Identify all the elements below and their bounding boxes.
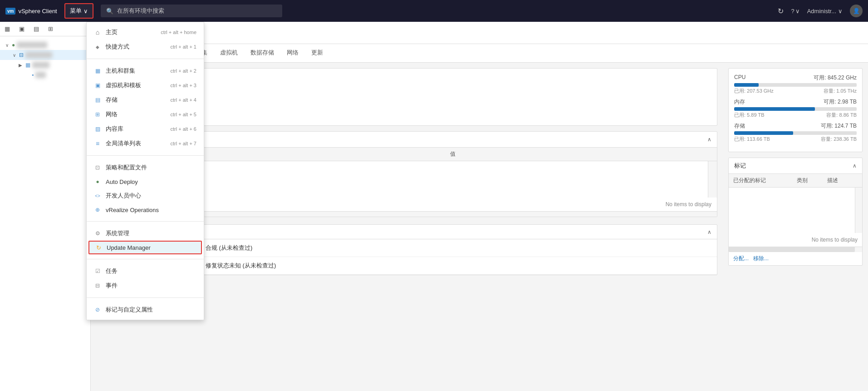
divider-1 <box>87 59 204 59</box>
menu-item-globallist[interactable]: 全局清单列表 ctrl + alt + 7 <box>87 136 204 151</box>
menu-shortcuts-label: 快捷方式 <box>106 43 129 51</box>
memory-available: 可用: 2.98 TB <box>824 98 857 106</box>
attributes-collapse-btn[interactable]: ∧ <box>707 136 711 143</box>
topbar-right: ↻ ? ∨ Administr... ∨ 👤 <box>778 5 863 17</box>
storage-used: 已用: 113.66 TB <box>734 136 770 143</box>
attr-col-value: 值 <box>445 148 706 161</box>
tree-item-host[interactable]: ▪ host <box>0 70 90 80</box>
sidebar-tabs: ▦ ▣ ▤ ⊞ <box>0 22 90 36</box>
cpu-capacity: 容量: 1.05 THz <box>824 88 857 94</box>
menu-item-dev[interactable]: 开发人员中心 <box>87 188 204 203</box>
menu-vms-shortcut: ctrl + alt + 3 <box>171 83 196 88</box>
cpu-bar-bg <box>734 83 857 87</box>
divider-3 <box>87 221 204 222</box>
avatar-icon: 👤 <box>853 8 860 14</box>
global-search[interactable]: 🔍 在所有环境中搜索 <box>101 5 282 17</box>
tab-datastores[interactable]: 数据存储 <box>244 44 280 62</box>
menu-item-network[interactable]: 网络 ctrl + alt + 5 <box>87 107 204 122</box>
menu-item-tasks[interactable]: 任务 <box>87 264 204 278</box>
menu-item-updatemanager[interactable]: Update Manager <box>88 241 202 254</box>
menu-item-sysadmin[interactable]: 系统管理 <box>87 226 204 241</box>
sidebar-tab-vms[interactable]: ▣ <box>15 22 29 36</box>
storage-label: 存储 <box>734 122 745 130</box>
menu-vms-label: 虚拟机和模板 <box>106 81 141 89</box>
menu-item-home[interactable]: 主页 ctrl + alt + home <box>87 25 204 40</box>
help-button[interactable]: ? ∨ <box>791 8 799 15</box>
refresh-button[interactable]: ↻ <box>778 7 784 15</box>
menu-updatemanager-label: Update Manager <box>107 244 151 251</box>
dropdown-section-5: 任务 事件 <box>87 261 204 296</box>
vms-icon: ▣ <box>19 25 25 32</box>
menu-item-content[interactable]: 内容库 ctrl + alt + 6 <box>87 122 204 136</box>
menu-network-shortcut: ctrl + alt + 5 <box>171 112 196 117</box>
menu-item-autodeploy[interactable]: Auto Deploy <box>87 175 204 188</box>
menu-storage-label: 存储 <box>106 96 118 104</box>
tree-label-datacenter: Datacenter <box>25 52 52 58</box>
menu-policy-label: 策略和配置文件 <box>106 163 147 172</box>
tags-assign-link[interactable]: 分配... <box>733 255 749 262</box>
menu-item-vrealize[interactable]: vRealize Operations <box>87 203 204 217</box>
topbar: vm vSphere Client 菜单 ∨ 🔍 在所有环境中搜索 ↻ ? ∨ … <box>0 0 868 22</box>
host-compliance-value: 合规 (从未检查过) <box>206 244 252 252</box>
datacenter-icon: ⊟ <box>19 52 24 58</box>
menu-item-vms-templates[interactable]: 虚拟机和模板 ctrl + alt + 3 <box>87 78 204 93</box>
tags-remove-link[interactable]: 移除... <box>753 255 769 262</box>
policy-menu-icon <box>94 164 101 171</box>
menu-item-storage[interactable]: 存储 ctrl + alt + 4 <box>87 93 204 107</box>
menu-content-label: 内容库 <box>106 125 123 133</box>
menu-button[interactable]: 菜单 ∨ <box>64 3 93 19</box>
menu-item-hosts-clusters[interactable]: 主机和群集 ctrl + alt + 2 <box>87 64 204 78</box>
tab-updates[interactable]: 更新 <box>305 44 329 62</box>
tree-item-datacenter[interactable]: ∨ ⊟ Datacenter <box>0 50 90 60</box>
menu-dropdown: 主页 ctrl + alt + home 快捷方式 ctrl + alt + 1… <box>86 22 204 320</box>
menu-item-tags[interactable]: 标记与自定义属性 <box>87 302 204 317</box>
dropdown-section-6: 标记与自定义属性 <box>87 300 204 320</box>
tags-panel: 标记 ∧ 已分配的标记 类别 描述 <box>728 158 863 266</box>
tags-scrollbar[interactable] <box>729 247 862 252</box>
search-placeholder-text: 在所有环境中搜索 <box>117 7 164 15</box>
vm-badge: vm <box>5 8 15 15</box>
dropdown-section-3: 策略和配置文件 Auto Deploy 开发人员中心 vRealize Oper… <box>87 158 204 219</box>
tab-networks[interactable]: 网络 <box>280 44 305 62</box>
memory-bar-bg <box>734 107 857 111</box>
tags-footer: 分配... 移除... <box>729 252 862 265</box>
menu-item-events[interactable]: 事件 <box>87 278 204 293</box>
app-logo: vm vSphere Client <box>5 8 57 15</box>
divider-2 <box>87 155 204 156</box>
sidebar-tab-hosts[interactable]: ▦ <box>0 22 15 36</box>
sidebar-tab-storage[interactable]: ▤ <box>29 22 44 36</box>
storage-footer: 已用: 113.66 TB 容量: 238.36 TB <box>734 136 857 143</box>
autodeploy-menu-icon <box>94 178 101 185</box>
menu-events-label: 事件 <box>106 282 118 290</box>
dropdown-section-4: 系统管理 Update Manager <box>87 223 204 257</box>
tree-item-cluster[interactable]: ▶ ▦ Cluster <box>0 60 90 70</box>
menu-globallist-label: 全局清单列表 <box>106 139 141 148</box>
menu-dev-label: 开发人员中心 <box>106 192 141 200</box>
sysadmin-menu-icon <box>94 230 101 237</box>
user-avatar[interactable]: 👤 <box>850 5 863 17</box>
cpu-label: CPU <box>734 74 745 82</box>
update-manager-collapse-btn[interactable]: ∧ <box>707 229 711 235</box>
cpu-footer: 已用: 207.53 GHz 容量: 1.05 THz <box>734 88 857 94</box>
tree-item-root[interactable]: ∨ ● vcenter.local <box>0 40 90 50</box>
cpu-bar-fill <box>734 83 759 87</box>
menu-item-shortcuts[interactable]: 快捷方式 ctrl + alt + 1 <box>87 40 204 54</box>
tags-collapse-btn[interactable]: ∧ <box>853 163 857 169</box>
menu-globallist-shortcut: ctrl + alt + 7 <box>171 141 196 146</box>
dropdown-section-2: 主机和群集 ctrl + alt + 2 虚拟机和模板 ctrl + alt +… <box>87 61 204 153</box>
storage-menu-icon <box>94 96 101 104</box>
tags-col-scroll <box>853 174 862 188</box>
vrealize-menu-icon <box>94 206 101 213</box>
attr-col-scroll <box>706 148 717 161</box>
storage-resource: 存储 可用: 124.7 TB 已用: 113.66 TB 容量: 238.36… <box>734 122 857 143</box>
user-chevron-icon: ∨ <box>838 8 843 15</box>
cpu-resource: CPU 可用: 845.22 GHz 已用: 207.53 GHz 容量: 1.… <box>734 74 857 94</box>
memory-label: 内存 <box>734 98 745 106</box>
content-menu-icon <box>94 125 101 133</box>
sidebar-tab-network[interactable]: ⊞ <box>44 22 58 36</box>
tab-vms[interactable]: 虚拟机 <box>214 44 244 62</box>
user-menu[interactable]: Administr... ∨ <box>807 8 843 15</box>
network-icon: ⊞ <box>48 25 53 32</box>
menu-item-policy[interactable]: 策略和配置文件 <box>87 160 204 175</box>
content-area: Datacenter | 操作 ∨ 摘要 配置 权限 主机和群集 虚拟机 数据存… <box>91 22 868 391</box>
